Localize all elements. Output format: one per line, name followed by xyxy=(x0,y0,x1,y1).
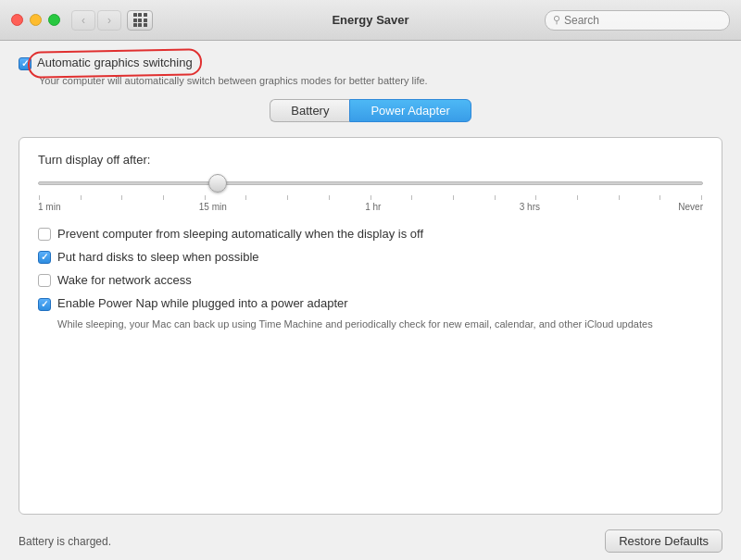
search-input[interactable] xyxy=(564,14,722,27)
tabs-row: Battery Power Adapter xyxy=(19,99,722,122)
forward-button[interactable]: › xyxy=(97,10,121,31)
slider-label-1hr: 1 hr xyxy=(365,202,381,212)
slider-track xyxy=(38,181,703,185)
maximize-button[interactable] xyxy=(48,14,60,26)
hard-disks-checkbox[interactable] xyxy=(38,251,51,264)
slider-ticks xyxy=(38,195,703,200)
main-content: Automatic graphics switching Your comput… xyxy=(0,41,741,560)
battery-status: Battery is charged. xyxy=(19,535,111,548)
slider-label-3hrs: 3 hrs xyxy=(520,202,540,212)
tab-power-adapter[interactable]: Power Adapter xyxy=(349,99,471,122)
checkbox-hard-disks: Put hard disks to sleep when possible xyxy=(38,250,703,266)
power-nap-description: While sleeping, your Mac can back up usi… xyxy=(57,317,653,331)
slider-label-never: Never xyxy=(678,202,703,212)
wake-network-checkbox[interactable] xyxy=(38,274,51,287)
slider-label: Turn display off after: xyxy=(38,153,703,167)
hard-disks-label: Put hard disks to sleep when possible xyxy=(57,250,259,266)
power-nap-main-row: Enable Power Nap while plugged into a po… xyxy=(38,296,348,312)
auto-graphics-label: Automatic graphics switching xyxy=(37,56,193,71)
prevent-sleep-checkbox[interactable] xyxy=(38,228,51,241)
power-nap-checkbox[interactable] xyxy=(38,298,51,311)
titlebar: ‹ › Energy Saver ⚲ xyxy=(0,0,741,41)
checkbox-wake-network: Wake for network access xyxy=(38,273,703,289)
auto-graphics-row: Automatic graphics switching xyxy=(19,56,722,71)
bottom-bar: Battery is charged. Restore Defaults xyxy=(19,524,722,560)
grid-button[interactable] xyxy=(127,10,153,31)
restore-defaults-button[interactable]: Restore Defaults xyxy=(605,529,722,553)
auto-graphics-label-wrap: Automatic graphics switching xyxy=(37,56,193,71)
slider-label-15min: 15 min xyxy=(199,202,227,212)
settings-panel: Turn display off after: 1 min 15 min 1 h… xyxy=(19,137,722,515)
back-button[interactable]: ‹ xyxy=(71,10,95,31)
search-icon: ⚲ xyxy=(553,14,560,26)
slider-label-1min: 1 min xyxy=(38,202,60,212)
close-button[interactable] xyxy=(11,14,23,26)
minimize-button[interactable] xyxy=(30,14,42,26)
slider-track-wrap[interactable] xyxy=(38,174,703,193)
slider-thumb[interactable] xyxy=(208,174,227,193)
slider-labels: 1 min 15 min 1 hr 3 hrs Never xyxy=(38,202,703,212)
power-nap-label: Enable Power Nap while plugged into a po… xyxy=(57,296,348,312)
auto-graphics-checkbox[interactable] xyxy=(19,57,31,70)
window-title: Energy Saver xyxy=(332,13,408,27)
display-off-section: Turn display off after: 1 min 15 min 1 h… xyxy=(38,153,703,212)
auto-graphics-description: Your computer will automatically switch … xyxy=(39,75,722,86)
nav-buttons: ‹ › xyxy=(71,10,121,31)
tab-battery[interactable]: Battery xyxy=(270,99,349,122)
wake-network-label: Wake for network access xyxy=(57,273,192,289)
checkbox-power-nap: Enable Power Nap while plugged into a po… xyxy=(38,296,703,332)
checkbox-prevent-sleep: Prevent computer from sleeping automatic… xyxy=(38,227,703,243)
traffic-lights xyxy=(11,14,60,26)
prevent-sleep-label: Prevent computer from sleeping automatic… xyxy=(57,227,423,243)
search-box[interactable]: ⚲ xyxy=(545,10,730,31)
grid-icon xyxy=(133,13,147,27)
